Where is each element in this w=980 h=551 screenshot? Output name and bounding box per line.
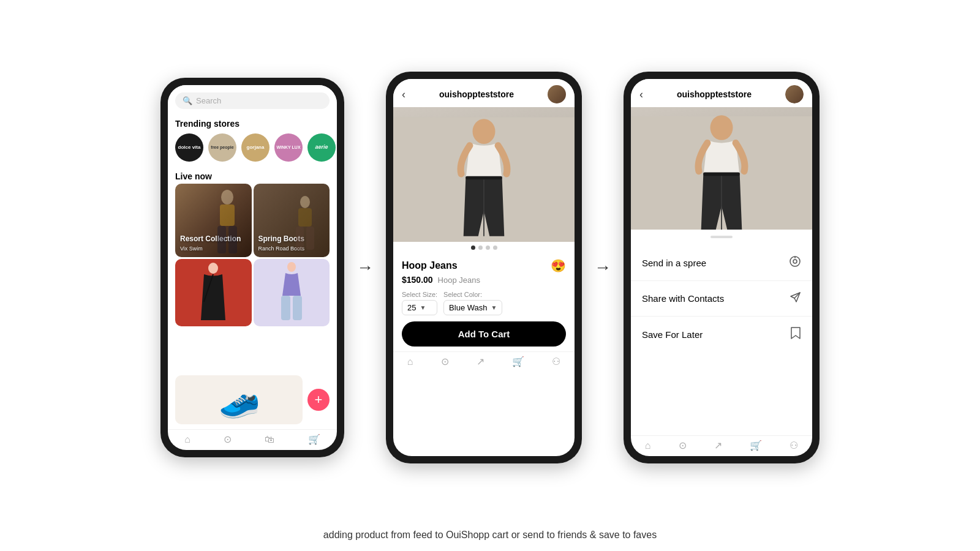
action-label-spree: Send in a spree	[642, 258, 706, 268]
store-dolce-vita[interactable]: dolce vita	[175, 133, 203, 162]
color-dropdown[interactable]: Blue Wash ▼	[443, 300, 502, 315]
live-now-title: Live now	[168, 167, 337, 184]
svg-rect-3	[228, 226, 237, 253]
react-emoji[interactable]: 😍	[551, 258, 566, 273]
bottom-grid	[168, 257, 337, 370]
nav3-home-icon[interactable]: ⌂	[645, 440, 651, 451]
back-button-3[interactable]: ‹	[639, 88, 643, 101]
phone-2: ‹ ouishoppteststore	[386, 72, 582, 463]
live-card-boots[interactable]: Spring BootsRanch Road Boots	[254, 184, 330, 257]
store-aerie[interactable]: aerie	[307, 133, 336, 162]
color-value: Blue Wash	[449, 303, 487, 312]
dot-2	[478, 246, 483, 250]
add-product-button[interactable]: +	[307, 389, 330, 411]
dot-4	[493, 246, 497, 250]
resort-sub: Vix Swim	[180, 246, 203, 252]
phone-3: ‹ ouishoppteststore	[624, 72, 820, 463]
nav2-cart-icon[interactable]: 🛒	[512, 356, 524, 367]
back-button[interactable]: ‹	[402, 88, 405, 101]
store-free-people[interactable]: free people	[208, 133, 236, 162]
card-active[interactable]	[254, 259, 330, 326]
size-label: Select Size:	[402, 291, 437, 298]
avatar-3	[785, 85, 804, 103]
nav-cart-icon[interactable]: 🛒	[308, 433, 320, 445]
size-dropdown[interactable]: 25 ▼	[402, 300, 437, 315]
action-sheet: Send in a spree Share with Contacts	[631, 230, 812, 353]
search-placeholder: Search	[196, 96, 221, 105]
product-image-3	[631, 107, 812, 230]
avatar-2	[548, 85, 566, 103]
share-icon	[789, 291, 801, 306]
nav2-search-icon[interactable]: ⊙	[441, 356, 449, 367]
action-label-save: Save For Later	[642, 329, 703, 340]
page-caption: adding product from feed to OuiShopp car…	[323, 530, 657, 541]
nav2-profile-icon[interactable]: ⚇	[552, 356, 560, 367]
shoe-area: 👟	[175, 375, 303, 424]
arrow-2: →	[594, 258, 611, 277]
action-send-spree[interactable]: Send in a spree	[631, 246, 812, 281]
search-bar[interactable]: 🔍 Search	[175, 92, 330, 109]
svg-rect-2	[217, 226, 226, 253]
color-chevron-icon: ▼	[491, 304, 497, 311]
arrow-1: →	[356, 258, 374, 277]
phone2-header: ‹ ouishoppteststore	[393, 79, 575, 107]
product-name-sub: Hoop Jeans	[438, 276, 480, 285]
phone2-bottom-nav: ⌂ ⊙ ↗ 🛒 ⚇	[393, 351, 575, 372]
sheet-handle	[710, 236, 733, 238]
phone1-header: 🔍 Search	[168, 85, 337, 114]
shoe-icon: 👟	[218, 380, 260, 420]
svg-point-0	[221, 190, 233, 204]
phone-1: 🔍 Search Trending stores dolce vita free…	[160, 78, 344, 457]
action-share-contacts[interactable]: Share with Contacts	[631, 281, 812, 317]
phone3-bottom-nav: ⌂ ⊙ ↗ 🛒 ⚇	[631, 435, 812, 456]
add-to-cart-button[interactable]: Add To Cart	[402, 321, 566, 347]
bookmark-icon	[790, 326, 801, 343]
svg-point-8	[208, 263, 218, 274]
action-label-share: Share with Contacts	[642, 293, 724, 304]
trending-title: Trending stores	[168, 114, 337, 131]
live-grid: Resort CollectionVix Swim Spring BootsRa…	[168, 184, 337, 257]
card-dress[interactable]	[175, 259, 252, 326]
dot-indicators-2	[393, 242, 575, 253]
size-chevron-icon: ▼	[420, 304, 426, 311]
svg-rect-12	[293, 296, 302, 320]
svg-point-14	[473, 119, 496, 144]
svg-rect-11	[281, 296, 290, 320]
nav3-cart-icon[interactable]: 🛒	[750, 440, 762, 451]
store-gorjana[interactable]: gorjana	[241, 133, 270, 162]
stores-row: dolce vita free people gorjana WINKY LUX…	[168, 131, 337, 167]
svg-rect-7	[306, 227, 314, 250]
color-selector-group: Select Color: Blue Wash ▼	[443, 291, 502, 315]
nav3-profile-icon[interactable]: ⚇	[790, 440, 798, 451]
product-price: $150.00	[402, 275, 433, 285]
svg-rect-6	[296, 227, 304, 250]
svg-point-4	[300, 196, 310, 208]
svg-rect-5	[298, 208, 312, 227]
store-name-2: ouishoppteststore	[439, 89, 514, 99]
nav-search-icon[interactable]: ⊙	[224, 433, 232, 445]
nav2-home-icon[interactable]: ⌂	[407, 356, 413, 367]
svg-rect-16	[466, 176, 502, 180]
svg-rect-20	[703, 173, 739, 176]
nav-shop-icon[interactable]: 🛍	[265, 434, 274, 445]
live-card-resort[interactable]: Resort CollectionVix Swim	[175, 184, 252, 257]
product-info-2: Hoop Jeans 😍 $150.00 Hoop Jeans Select S…	[393, 253, 575, 351]
nav2-share-icon[interactable]: ↗	[477, 356, 484, 367]
color-label: Select Color:	[443, 291, 502, 298]
svg-point-10	[287, 262, 296, 272]
spree-icon	[789, 255, 801, 271]
svg-rect-1	[220, 204, 235, 226]
store-winky-lux[interactable]: WINKY LUX	[274, 133, 303, 162]
action-save-later[interactable]: Save For Later	[631, 317, 812, 353]
search-icon: 🔍	[183, 96, 192, 105]
product-title-2: Hoop Jeans	[402, 260, 458, 271]
phone1-bottom-nav: ⌂ ⊙ 🛍 🛒	[168, 429, 337, 450]
nav3-search-icon[interactable]: ⊙	[679, 440, 687, 451]
main-container: 🔍 Search Trending stores dolce vita free…	[0, 10, 980, 525]
size-value: 25	[407, 303, 416, 312]
phone3-header: ‹ ouishoppteststore	[631, 79, 812, 107]
nav3-share-icon[interactable]: ↗	[714, 440, 722, 451]
size-selector-group: Select Size: 25 ▼	[402, 291, 437, 315]
product-image-2	[393, 107, 575, 242]
nav-home-icon[interactable]: ⌂	[184, 434, 190, 445]
